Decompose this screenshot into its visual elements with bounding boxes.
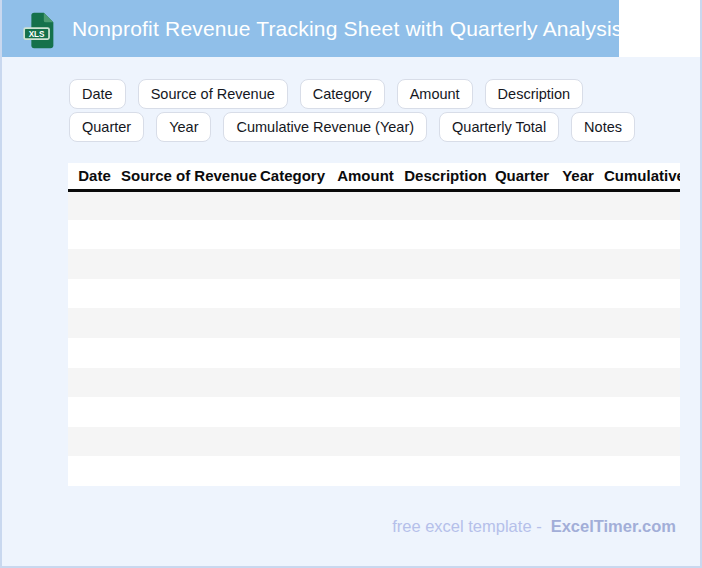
table-cell <box>604 368 680 398</box>
table-cell <box>552 397 604 427</box>
table-cell <box>121 249 253 279</box>
table-row <box>68 220 680 250</box>
table-cell <box>399 308 492 338</box>
table-row <box>68 456 680 486</box>
column-header: Cumulative Revenue (Year) <box>604 163 680 190</box>
table-cell <box>399 279 492 309</box>
table-cell <box>552 190 604 220</box>
field-chip-quarterly-total[interactable]: Quarterly Total <box>439 112 559 142</box>
table-cell <box>552 279 604 309</box>
table-cell <box>552 338 604 368</box>
table-cell <box>253 338 332 368</box>
table-cell <box>604 338 680 368</box>
table-row <box>68 427 680 457</box>
table-cell <box>253 190 332 220</box>
table-row <box>68 249 680 279</box>
field-chip-category[interactable]: Category <box>300 79 385 109</box>
table-cell <box>121 368 253 398</box>
table-cell <box>604 279 680 309</box>
table-cell <box>604 456 680 486</box>
column-header: Source of Revenue <box>121 163 253 190</box>
field-chips: DateSource of RevenueCategoryAmountDescr… <box>69 79 649 142</box>
table-row <box>68 397 680 427</box>
table-cell <box>253 279 332 309</box>
field-chip-date[interactable]: Date <box>69 79 126 109</box>
title-banner: XLS Nonprofit Revenue Tracking Sheet wit… <box>0 0 619 57</box>
table-cell <box>68 368 121 398</box>
table-row <box>68 279 680 309</box>
table-cell <box>399 220 492 250</box>
table-header-row: DateSource of RevenueCategoryAmountDescr… <box>68 163 680 190</box>
table-cell <box>332 427 399 457</box>
table-cell <box>604 427 680 457</box>
field-chip-year[interactable]: Year <box>156 112 211 142</box>
table-cell <box>492 249 552 279</box>
table-cell <box>121 397 253 427</box>
table-cell <box>399 397 492 427</box>
table-cell <box>604 308 680 338</box>
table-cell <box>253 368 332 398</box>
table-cell <box>68 338 121 368</box>
table-cell <box>399 368 492 398</box>
footer-brand-link[interactable]: ExcelTimer.com <box>551 517 676 536</box>
xls-icon-label: XLS <box>29 29 45 38</box>
column-header: Amount <box>332 163 399 190</box>
page-title: Nonprofit Revenue Tracking Sheet with Qu… <box>72 17 622 41</box>
table-cell <box>332 368 399 398</box>
table-cell <box>399 338 492 368</box>
table-cell <box>68 427 121 457</box>
table-cell <box>68 220 121 250</box>
footer-text: free excel template - <box>392 517 541 536</box>
revenue-table-wrap: DateSource of RevenueCategoryAmountDescr… <box>68 163 680 486</box>
table-cell <box>399 190 492 220</box>
table-cell <box>68 190 121 220</box>
table-cell <box>332 220 399 250</box>
revenue-table: DateSource of RevenueCategoryAmountDescr… <box>68 163 680 486</box>
top-strip: XLS Nonprofit Revenue Tracking Sheet wit… <box>2 0 700 57</box>
table-row <box>68 368 680 398</box>
field-chip-cumulative-revenue-year[interactable]: Cumulative Revenue (Year) <box>223 112 427 142</box>
column-header: Quarter <box>492 163 552 190</box>
column-header: Description <box>399 163 492 190</box>
field-chip-amount[interactable]: Amount <box>397 79 473 109</box>
table-cell <box>552 220 604 250</box>
column-header: Year <box>552 163 604 190</box>
table-cell <box>332 338 399 368</box>
footer: free excel template - ExcelTimer.com <box>392 517 676 536</box>
table-cell <box>332 308 399 338</box>
field-chip-description[interactable]: Description <box>485 79 584 109</box>
table-cell <box>552 308 604 338</box>
field-chip-quarter[interactable]: Quarter <box>69 112 144 142</box>
table-cell <box>552 368 604 398</box>
field-chip-source-of-revenue[interactable]: Source of Revenue <box>138 79 288 109</box>
table-cell <box>492 456 552 486</box>
table-cell <box>492 308 552 338</box>
table-cell <box>121 427 253 457</box>
table-cell <box>552 456 604 486</box>
table-cell <box>121 338 253 368</box>
table-cell <box>121 456 253 486</box>
table-cell <box>68 397 121 427</box>
table-cell <box>253 456 332 486</box>
table-cell <box>604 220 680 250</box>
table-cell <box>68 249 121 279</box>
column-header: Category <box>253 163 332 190</box>
table-cell <box>253 249 332 279</box>
table-cell <box>552 249 604 279</box>
table-cell <box>253 308 332 338</box>
table-cell <box>399 249 492 279</box>
table-cell <box>332 279 399 309</box>
table-cell <box>399 456 492 486</box>
table-cell <box>492 397 552 427</box>
table-cell <box>492 427 552 457</box>
field-chip-notes[interactable]: Notes <box>571 112 635 142</box>
table-cell <box>121 308 253 338</box>
table-cell <box>492 220 552 250</box>
table-cell <box>332 249 399 279</box>
table-cell <box>121 279 253 309</box>
table-cell <box>121 220 253 250</box>
table-row <box>68 308 680 338</box>
table-cell <box>68 279 121 309</box>
table-cell <box>253 427 332 457</box>
table-cell <box>604 190 680 220</box>
